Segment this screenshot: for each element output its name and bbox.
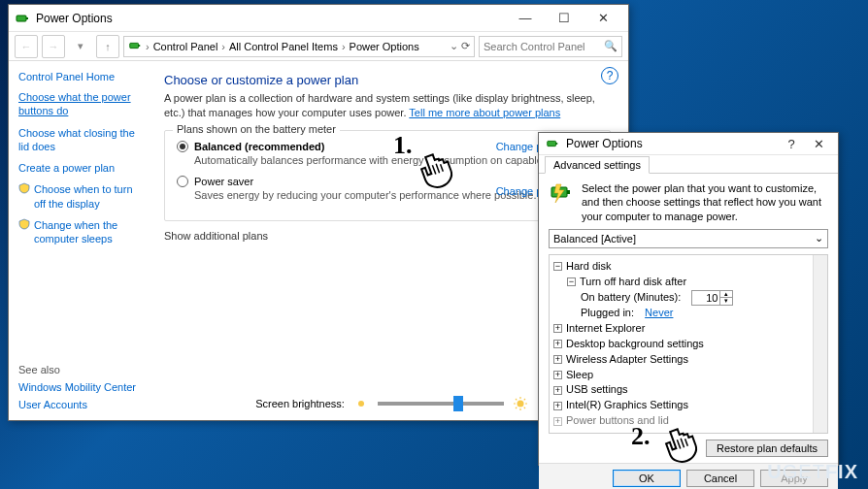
close-button[interactable]: ✕: [584, 7, 622, 30]
tree-turn-off[interactable]: Turn off hard disk after: [580, 275, 686, 290]
sidebar-link-create-plan[interactable]: Create a power plan: [18, 161, 115, 175]
dropdown-icon[interactable]: ⌄: [450, 40, 458, 52]
plan-name: Power saver: [194, 176, 253, 187]
svg-rect-15: [556, 143, 558, 145]
shield-icon: [18, 182, 30, 194]
spin-down[interactable]: ▾: [720, 298, 732, 305]
learn-more-link[interactable]: Tell me more about power plans: [409, 107, 560, 118]
tree-item[interactable]: USB settings: [566, 382, 628, 398]
collapse-icon[interactable]: −: [553, 262, 562, 271]
battery-icon: [128, 39, 142, 54]
see-also-header: See also: [18, 364, 145, 375]
sidebar-link-closing-lid[interactable]: Choose what closing the lid does: [18, 126, 145, 154]
back-button[interactable]: ←: [15, 35, 38, 58]
dialog-title: Power Options: [566, 137, 778, 150]
address-bar[interactable]: › Control Panel › All Control Panel Item…: [123, 36, 475, 57]
on-battery-spinner[interactable]: ▴▾: [691, 290, 733, 306]
chevron-right-icon[interactable]: ›: [342, 41, 346, 52]
forward-button[interactable]: →: [42, 35, 65, 58]
refresh-icon[interactable]: ⟳: [461, 40, 470, 52]
dropdown-icon[interactable]: ⌄: [815, 232, 823, 244]
search-input[interactable]: Search Control Panel 🔍: [479, 36, 622, 57]
radio-balanced[interactable]: [177, 141, 188, 152]
plugged-in-value[interactable]: Never: [645, 306, 673, 321]
maximize-button[interactable]: ☐: [545, 7, 584, 30]
svg-line-11: [524, 408, 525, 408]
recent-dropdown[interactable]: ▾: [69, 35, 92, 58]
nav-toolbar: ← → ▾ ↑ › Control Panel › All Control Pa…: [9, 32, 628, 61]
search-placeholder: Search Control Panel: [484, 41, 585, 52]
sidebar-link-power-buttons[interactable]: Choose what the power buttons do: [18, 90, 145, 118]
tree-hard-disk[interactable]: Hard disk: [566, 259, 611, 275]
svg-line-10: [516, 399, 517, 400]
plan-name: Balanced (recommended): [194, 141, 324, 152]
plan-balanced: Balanced (recommended) Change plan setti…: [177, 141, 598, 166]
svg-rect-3: [139, 45, 141, 47]
dialog-description: Select the power plan that you want to c…: [582, 181, 828, 223]
power-plan-icon: [549, 181, 574, 207]
page-description: A power plan is a collection of hardware…: [164, 91, 611, 120]
up-button[interactable]: ↑: [96, 35, 119, 58]
settings-tree[interactable]: −Hard disk −Turn off hard disk after On …: [549, 254, 828, 434]
restore-defaults-button[interactable]: Restore plan defaults: [706, 440, 828, 457]
help-button[interactable]: ?: [778, 133, 805, 154]
svg-point-5: [517, 401, 523, 408]
svg-rect-0: [17, 16, 26, 21]
close-button[interactable]: ✕: [805, 133, 832, 154]
control-panel-home-link[interactable]: Control Panel Home: [18, 71, 145, 82]
svg-rect-1: [26, 17, 28, 19]
tab-advanced-settings[interactable]: Advanced settings: [545, 156, 650, 174]
tree-item[interactable]: Internet Explorer: [566, 321, 645, 337]
plugged-in-label: Plugged in:: [581, 306, 634, 321]
battery-icon: [545, 136, 560, 151]
see-also-mobility[interactable]: Windows Mobility Center: [18, 381, 145, 393]
svg-rect-14: [548, 141, 556, 146]
plan-power-saver: Power saver Change plan settings Saves e…: [177, 176, 598, 201]
svg-rect-17: [567, 190, 570, 194]
scrollbar[interactable]: [813, 255, 827, 433]
titlebar: Power Options ― ☐ ✕: [9, 5, 628, 32]
see-also-user-accounts[interactable]: User Accounts: [18, 399, 145, 410]
tree-item[interactable]: Desktop background settings: [566, 337, 704, 352]
on-battery-label: On battery (Minutes):: [581, 290, 681, 306]
expand-icon[interactable]: +: [553, 417, 562, 426]
collapse-icon[interactable]: −: [567, 277, 576, 286]
on-battery-value[interactable]: [692, 292, 719, 304]
expand-icon[interactable]: +: [553, 324, 562, 333]
search-icon[interactable]: 🔍: [604, 40, 618, 52]
expand-icon[interactable]: +: [553, 386, 562, 395]
power-options-dialog: Power Options ? ✕ Advanced settings Sele…: [538, 132, 839, 466]
tree-item[interactable]: Wireless Adapter Settings: [566, 352, 688, 368]
svg-line-12: [516, 408, 517, 408]
slider-thumb[interactable]: [453, 396, 463, 411]
sidebar-link-turn-off-display[interactable]: Choose when to turn off the display: [34, 182, 145, 211]
groupbox-label: Plans shown on the battery meter: [173, 123, 340, 135]
chevron-right-icon[interactable]: ›: [221, 41, 225, 52]
minimize-button[interactable]: ―: [506, 7, 545, 30]
tree-item[interactable]: Sleep: [566, 368, 593, 383]
power-options-window: Power Options ― ☐ ✕ ← → ▾ ↑ › Control Pa…: [8, 4, 629, 421]
cancel-button[interactable]: Cancel: [686, 470, 754, 487]
plan-combobox[interactable]: Balanced [Active] ⌄: [549, 229, 828, 248]
tree-item[interactable]: Power buttons and lid: [566, 413, 669, 429]
sidebar-link-computer-sleeps[interactable]: Change when the computer sleeps: [34, 218, 145, 246]
brightness-slider[interactable]: [378, 402, 504, 406]
breadcrumb[interactable]: All Control Panel Items: [229, 41, 338, 52]
expand-icon[interactable]: +: [553, 355, 562, 364]
page-heading: Choose or customize a power plan: [164, 73, 611, 87]
sun-bright-icon: [514, 397, 527, 410]
radio-power-saver[interactable]: [177, 176, 188, 187]
svg-point-4: [358, 401, 364, 407]
breadcrumb[interactable]: Control Panel: [153, 41, 218, 52]
help-icon[interactable]: ?: [601, 67, 618, 84]
tab-strip: Advanced settings: [539, 155, 838, 174]
battery-icon: [15, 11, 30, 26]
breadcrumb[interactable]: Power Options: [350, 41, 419, 52]
expand-icon[interactable]: +: [553, 402, 562, 410]
ok-button[interactable]: OK: [613, 470, 681, 487]
expand-icon[interactable]: +: [553, 340, 562, 348]
svg-line-13: [524, 399, 525, 400]
expand-icon[interactable]: +: [553, 371, 562, 379]
chevron-right-icon[interactable]: ›: [146, 41, 150, 52]
tree-item[interactable]: Intel(R) Graphics Settings: [566, 398, 688, 413]
